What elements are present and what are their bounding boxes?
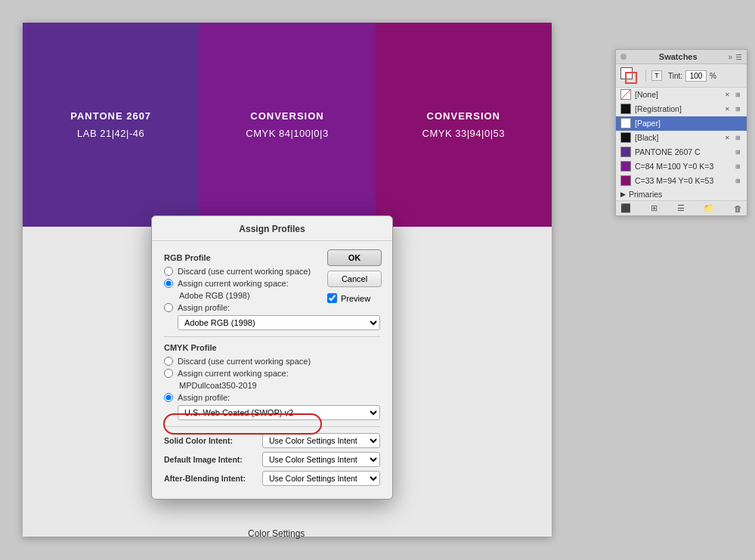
grid-icon[interactable]: ⊞ <box>733 90 742 99</box>
cmyk84-actions: ⊞ <box>733 162 742 171</box>
solid-color-select[interactable]: Use Color Settings Intent <box>262 433 380 448</box>
grid-icon4[interactable]: ⊞ <box>733 147 742 156</box>
list-view-icon[interactable]: ☰ <box>677 203 685 213</box>
registration-actions: ✕ ⊞ <box>723 104 742 113</box>
cmyk33-name: C=33 M=94 Y=0 K=53 <box>635 176 733 185</box>
panel-close-btn[interactable] <box>620 54 627 60</box>
grid-icon2[interactable]: ⊞ <box>733 104 742 113</box>
color-swatches: PANTONE 2607 LAB 21|42|-46 CONVERSION CM… <box>23 23 552 227</box>
black-color-box <box>620 132 631 143</box>
divider2 <box>164 426 380 427</box>
paper-name: [Paper] <box>635 119 742 128</box>
preview-checkbox[interactable] <box>327 293 337 303</box>
stroke-box[interactable] <box>625 72 637 84</box>
cmyk33-color-box <box>620 175 631 186</box>
swatch-pantone-value: LAB 21|42|-46 <box>77 128 144 139</box>
black-name: [Black] <box>635 133 723 142</box>
rgb-discard-radio[interactable] <box>164 267 173 276</box>
swatch-item-cmyk84[interactable]: C=84 M=100 Y=0 K=3 ⊞ <box>616 159 747 174</box>
swatch-cmyk2: CONVERSION CMYK 33|94|0|53 <box>376 23 552 227</box>
rgb-assign-ws-label: Assign current working space: <box>178 279 289 288</box>
swatch-cmyk1-title: CONVERSION <box>250 110 323 122</box>
stroke-fill-boxes <box>620 67 637 84</box>
swatch-cmyk2-value: CMYK 33|94|0|53 <box>422 128 505 139</box>
rgb-profile-select[interactable]: Adobe RGB (1998) <box>178 315 380 330</box>
swatch-cmyk1-value: CMYK 84|100|0|3 <box>246 128 328 139</box>
rgb-assign-profile-row: Assign profile: <box>164 303 380 312</box>
rgb-assign-ws-radio[interactable] <box>164 279 173 288</box>
primaries-row[interactable]: ▶ Primaries <box>616 188 747 200</box>
swatch-item-cmyk33[interactable]: C=33 M=94 Y=0 K=53 ⊞ <box>616 174 747 188</box>
delete-icon2[interactable]: ✕ <box>723 104 732 113</box>
after-blend-intent-row: After-Blending Intent: Use Color Setting… <box>164 471 380 486</box>
cmyk-profile-select[interactable]: U.S. Web Coated (SWOP) v2 <box>178 405 380 420</box>
cmyk-discard-row: Discard (use current working space) <box>164 357 380 366</box>
new-swatch-icon[interactable]: ⬛ <box>620 203 631 213</box>
assign-profiles-dialog: Assign Profiles OK Cancel Preview RGB Pr… <box>151 215 393 500</box>
cmyk-discard-label: Discard (use current working space) <box>178 357 311 366</box>
swatches-panel: Swatches » ☰ T Tint: % [None] ✕ ⊞ [Regis… <box>615 49 747 216</box>
cmyk84-name: C=84 M=100 Y=0 K=3 <box>635 162 733 171</box>
panel-footer: ⬛ ⊞ ☰ 📁 🗑 <box>616 200 747 215</box>
swatch-cmyk2-title: CONVERSION <box>427 110 500 122</box>
divider <box>164 336 380 337</box>
panel-title: Swatches <box>659 52 698 61</box>
cmyk-section-label: CMYK Profile <box>164 343 380 352</box>
swatch-item-black[interactable]: [Black] ✕ ⊞ <box>616 131 747 145</box>
primaries-label: Primaries <box>629 190 662 199</box>
separator <box>645 70 646 82</box>
swatch-pantone: PANTONE 2607 LAB 21|42|-46 <box>23 23 199 227</box>
tint-pct: % <box>710 72 716 80</box>
folder-icon[interactable]: 📁 <box>704 203 714 213</box>
cmyk33-actions: ⊞ <box>733 176 742 185</box>
cmyk-ws-name: MPDullcoat350-2019 <box>164 381 380 390</box>
delete-icon[interactable]: ✕ <box>723 90 732 99</box>
swatch-item-paper[interactable]: [Paper] <box>616 116 747 131</box>
dialog-buttons: OK Cancel Preview <box>327 249 382 303</box>
default-image-intent-row: Default Image Intent: Use Color Settings… <box>164 452 380 467</box>
cancel-button[interactable]: Cancel <box>327 271 382 287</box>
delete-icon3[interactable]: ✕ <box>723 133 732 142</box>
cmyk-profile-dropdown-row: U.S. Web Coated (SWOP) v2 <box>164 405 380 420</box>
ok-button[interactable]: OK <box>327 249 382 266</box>
solid-color-label: Solid Color Intent: <box>164 436 262 445</box>
rgb-discard-label: Discard (use current working space) <box>178 267 311 276</box>
text-btn[interactable]: T <box>651 70 662 81</box>
swatch-item-none[interactable]: [None] ✕ ⊞ <box>616 88 747 102</box>
cmyk84-color-box <box>620 161 631 172</box>
cmyk-discard-radio[interactable] <box>164 357 173 366</box>
after-blend-select[interactable]: Use Color Settings Intent <box>262 471 380 486</box>
cmyk-assign-ws-row: Assign current working space: <box>164 369 380 378</box>
none-color-box <box>620 89 631 100</box>
pantone2607-name: PANTONE 2607 C <box>635 147 733 156</box>
solid-color-intent-row: Solid Color Intent: Use Color Settings I… <box>164 433 380 448</box>
cmyk-assign-profile-radio[interactable] <box>164 393 173 402</box>
panel-controls: T Tint: % <box>616 64 747 88</box>
grid-icon3[interactable]: ⊞ <box>733 133 742 142</box>
grid-icon5[interactable]: ⊞ <box>733 162 742 171</box>
none-actions: ✕ ⊞ <box>723 90 742 99</box>
rgb-assign-profile-label: Assign profile: <box>178 303 230 312</box>
swatch-item-pantone2607[interactable]: PANTONE 2607 C ⊞ <box>616 145 747 159</box>
grid-icon6[interactable]: ⊞ <box>733 176 742 185</box>
cmyk-assign-ws-radio[interactable] <box>164 369 173 378</box>
rgb-assign-profile-radio[interactable] <box>164 303 173 312</box>
cmyk-assign-ws-label: Assign current working space: <box>178 369 289 378</box>
preview-label: Preview <box>341 294 370 303</box>
grid-view-icon[interactable]: ⊞ <box>651 203 658 213</box>
trash-icon[interactable]: 🗑 <box>734 204 742 213</box>
swatch-item-registration[interactable]: [Registration] ✕ ⊞ <box>616 102 747 116</box>
rgb-profile-dropdown-row: Adobe RGB (1998) <box>164 315 380 330</box>
swatch-pantone-title: PANTONE 2607 <box>70 110 151 122</box>
expand-icon[interactable]: » <box>728 53 732 61</box>
preview-row: Preview <box>327 293 382 303</box>
swatch-cmyk1: CONVERSION CMYK 84|100|0|3 <box>199 23 375 227</box>
default-image-label: Default Image Intent: <box>164 455 262 464</box>
pantone2607-color-box <box>620 147 631 157</box>
tint-input[interactable] <box>685 70 707 82</box>
default-image-select[interactable]: Use Color Settings Intent <box>262 452 380 467</box>
registration-name: [Registration] <box>635 104 723 113</box>
panel-icons: » ☰ <box>728 53 742 61</box>
menu-icon[interactable]: ☰ <box>735 53 742 61</box>
registration-color-box <box>620 104 631 114</box>
